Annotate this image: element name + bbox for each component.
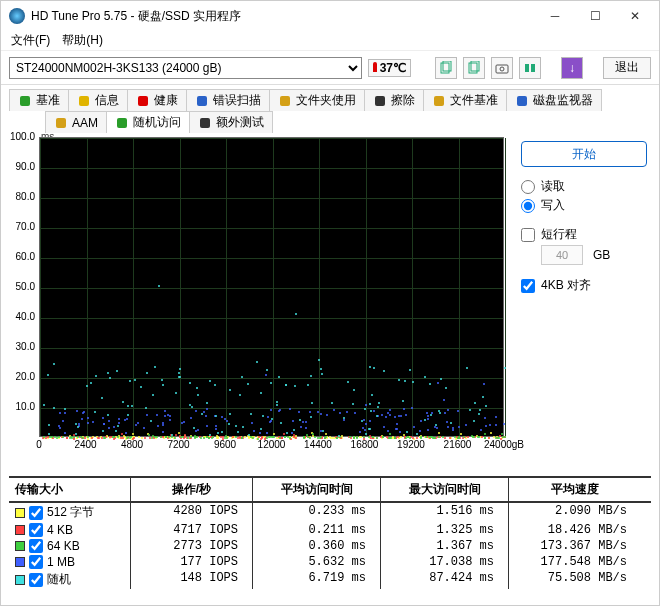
start-button[interactable]: 开始 <box>521 141 647 167</box>
table-row: 1 MB 177 IOPS 5.632 ms 17.038 ms 177.548… <box>9 554 651 570</box>
exit-button[interactable]: 退出 <box>603 57 651 79</box>
tab-信息[interactable]: 信息 <box>68 89 128 111</box>
data-point <box>339 412 341 414</box>
data-point <box>320 436 322 438</box>
minimize-button[interactable]: ─ <box>535 3 575 29</box>
shortrun-input[interactable] <box>541 245 583 265</box>
options-button[interactable] <box>519 57 541 79</box>
data-point <box>248 434 250 436</box>
write-radio[interactable] <box>521 199 535 213</box>
data-point <box>368 436 370 438</box>
erase-icon <box>373 94 387 108</box>
data-point <box>179 368 181 370</box>
data-point <box>122 401 124 403</box>
read-radio-row[interactable]: 读取 <box>521 177 647 196</box>
data-point <box>235 425 237 427</box>
data-point <box>485 425 487 427</box>
data-point <box>235 436 237 438</box>
data-point <box>416 433 418 435</box>
tab-文件基准[interactable]: 文件基准 <box>423 89 507 111</box>
tab-错误扫描[interactable]: 错误扫描 <box>186 89 270 111</box>
table-row: 512 字节 4280 IOPS 0.233 ms 1.516 ms 2.090… <box>9 503 651 522</box>
data-point <box>95 375 97 377</box>
data-point <box>138 436 140 438</box>
tab-磁盘监视器[interactable]: 磁盘监视器 <box>506 89 602 111</box>
series-checkbox[interactable] <box>29 573 43 587</box>
drive-select[interactable]: ST24000NM002H-3KS133 (24000 gB) <box>9 57 362 79</box>
tabs: 基准信息健康错误扫描文件夹使用擦除文件基准磁盘监视器 AAM随机访问额外测试 <box>9 89 651 133</box>
series-checkbox[interactable] <box>29 555 43 569</box>
series-checkbox[interactable] <box>29 523 43 537</box>
series-checkbox[interactable] <box>29 506 43 520</box>
read-radio[interactable] <box>521 180 535 194</box>
shortrun-row[interactable]: 短行程 <box>521 225 647 244</box>
data-point <box>426 412 428 414</box>
data-point <box>489 424 491 426</box>
data-point <box>369 420 371 422</box>
write-radio-row[interactable]: 写入 <box>521 196 647 215</box>
svg-rect-12 <box>280 96 290 106</box>
close-button[interactable]: ✕ <box>615 3 655 29</box>
tab-擦除[interactable]: 擦除 <box>364 89 424 111</box>
data-point <box>271 436 273 438</box>
tab-健康[interactable]: 健康 <box>127 89 187 111</box>
table-row: 64 KB 2773 IOPS 0.360 ms 1.367 ms 173.36… <box>9 538 651 554</box>
data-point <box>353 389 355 391</box>
data-point <box>221 416 223 418</box>
tab-基准[interactable]: 基准 <box>9 89 69 111</box>
screenshot-button[interactable] <box>491 57 513 79</box>
series-swatch <box>15 541 25 551</box>
data-point <box>206 436 208 438</box>
data-point <box>247 383 249 385</box>
data-point <box>412 381 414 383</box>
side-panel: 开始 读取 写入 短行程 GB 4KB 对齐 <box>517 133 651 468</box>
data-point <box>165 436 167 438</box>
menu-file[interactable]: 文件(F) <box>7 31 54 50</box>
data-point <box>108 420 110 422</box>
data-point <box>129 380 131 382</box>
data-point <box>447 426 449 428</box>
data-point <box>107 372 109 374</box>
data-point <box>164 410 166 412</box>
align4k-checkbox[interactable] <box>521 279 535 293</box>
data-point <box>276 401 278 403</box>
data-point <box>270 409 272 411</box>
data-point <box>484 433 486 435</box>
data-point <box>251 422 253 424</box>
data-point <box>376 415 378 417</box>
data-point <box>331 402 333 404</box>
data-point <box>460 433 462 435</box>
read-label: 读取 <box>541 178 565 195</box>
menu-help[interactable]: 帮助(H) <box>58 31 107 50</box>
shortrun-checkbox[interactable] <box>521 228 535 242</box>
th-avg: 平均访问时间 <box>253 478 381 501</box>
extra-icon <box>198 116 212 130</box>
tab-额外测试[interactable]: 额外测试 <box>189 111 273 133</box>
data-point <box>292 420 294 422</box>
save-button[interactable]: ↓ <box>561 57 583 79</box>
data-point <box>305 421 307 423</box>
align4k-row[interactable]: 4KB 对齐 <box>521 276 647 295</box>
series-checkbox[interactable] <box>29 539 43 553</box>
maximize-button[interactable]: ☐ <box>575 3 615 29</box>
data-point <box>260 392 262 394</box>
copy-button[interactable] <box>435 57 457 79</box>
data-point <box>302 421 304 423</box>
data-point <box>215 425 217 427</box>
th-ops: 操作/秒 <box>131 478 253 501</box>
search-icon <box>195 94 209 108</box>
data-point <box>190 436 192 438</box>
data-point <box>501 433 503 435</box>
shortrun-label: 短行程 <box>541 226 577 243</box>
data-point <box>160 436 162 438</box>
data-point <box>87 436 89 438</box>
data-point <box>333 409 335 411</box>
tab-文件夹使用[interactable]: 文件夹使用 <box>269 89 365 111</box>
data-point <box>403 408 405 410</box>
tab-AAM[interactable]: AAM <box>45 111 107 133</box>
tab-随机访问[interactable]: 随机访问 <box>106 111 190 133</box>
data-point <box>162 436 164 438</box>
window-title: HD Tune Pro 5.75 - 硬盘/SSD 实用程序 <box>31 8 535 25</box>
data-point <box>307 384 309 386</box>
copy-text-button[interactable] <box>463 57 485 79</box>
